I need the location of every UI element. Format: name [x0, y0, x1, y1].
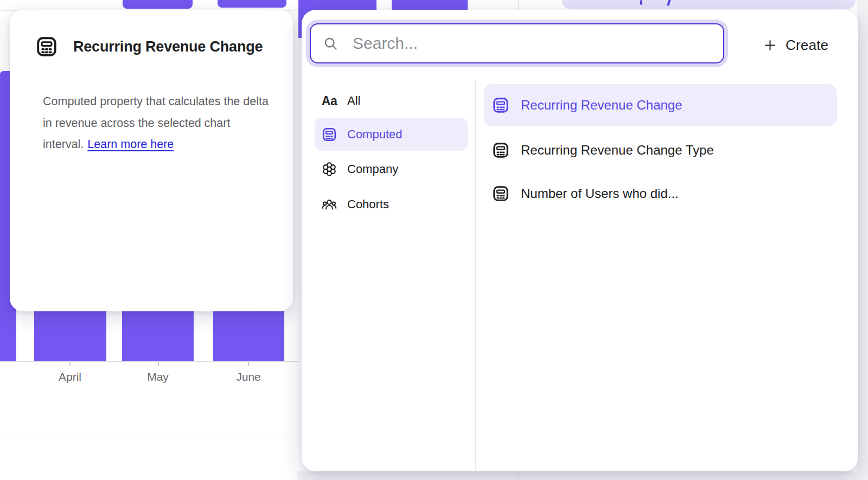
- create-button-label: Create: [786, 37, 828, 54]
- result-item-number-of-users[interactable]: Number of Users who did...: [484, 172, 837, 215]
- filter-label: Company: [347, 162, 398, 176]
- result-label: Number of Users who did...: [521, 186, 679, 201]
- search-icon: [323, 36, 339, 52]
- calculator-icon: [321, 126, 337, 143]
- filter-label: All: [347, 94, 360, 108]
- chart-bar: [123, 0, 193, 9]
- create-button[interactable]: Create: [758, 34, 833, 57]
- screen: April May June Recurring Revenue Change …: [0, 0, 868, 480]
- calculator-icon: [492, 96, 510, 114]
- calculator-icon: [492, 141, 510, 159]
- x-axis-label-june: June: [236, 370, 261, 383]
- filter-item-computed[interactable]: Computed: [315, 118, 468, 151]
- learn-more-link[interactable]: Learn more here: [87, 138, 174, 151]
- filter-label: Cohorts: [347, 197, 389, 212]
- axis-tick: [69, 362, 71, 366]
- calculator-icon: [492, 184, 510, 203]
- panel-divider-line: [518, 471, 519, 480]
- x-axis-label-may: May: [147, 370, 169, 383]
- chart-bar: [218, 0, 286, 8]
- x-axis-line: [0, 361, 299, 362]
- search-field-focus-ring: [306, 20, 728, 67]
- search-field[interactable]: [310, 23, 724, 63]
- calculator-icon: [35, 35, 59, 59]
- company-icon: [321, 161, 337, 177]
- property-search-modal: Create Aa All Computed: [302, 10, 858, 471]
- result-item-recurring-revenue-change[interactable]: Recurring Revenue Change: [484, 84, 837, 126]
- tooltip-title: Recurring Revenue Change: [73, 39, 263, 55]
- filter-item-cohorts[interactable]: Cohorts: [315, 189, 468, 220]
- tooltip-header: Recurring Revenue Change: [35, 35, 263, 59]
- result-label: Recurring Revenue Change Type: [521, 143, 714, 158]
- section-divider-line: [0, 438, 299, 438]
- page-background-edge: [297, 471, 857, 480]
- result-item-recurring-revenue-change-type[interactable]: Recurring Revenue Change Type: [484, 129, 837, 171]
- text-aa-icon: Aa: [321, 93, 337, 109]
- page-background-edge: [857, 0, 868, 480]
- cutoff-chip: [562, 0, 856, 9]
- cutoff-text-fragment: [640, 0, 642, 5]
- x-axis-label-april: April: [59, 370, 81, 383]
- plus-icon: [763, 38, 777, 53]
- filter-item-company[interactable]: Company: [315, 154, 468, 184]
- filter-label: Computed: [347, 127, 403, 142]
- result-label: Recurring Revenue Change: [521, 98, 682, 113]
- cohorts-icon: [321, 196, 337, 213]
- search-input[interactable]: [352, 24, 723, 62]
- tooltip-description: Computed property that calculates the de…: [43, 91, 275, 156]
- axis-tick: [158, 362, 159, 366]
- axis-tick: [248, 362, 249, 366]
- filter-item-all[interactable]: Aa All: [315, 86, 468, 116]
- column-divider: [475, 80, 476, 471]
- property-tooltip-card: Recurring Revenue Change Computed proper…: [10, 10, 293, 311]
